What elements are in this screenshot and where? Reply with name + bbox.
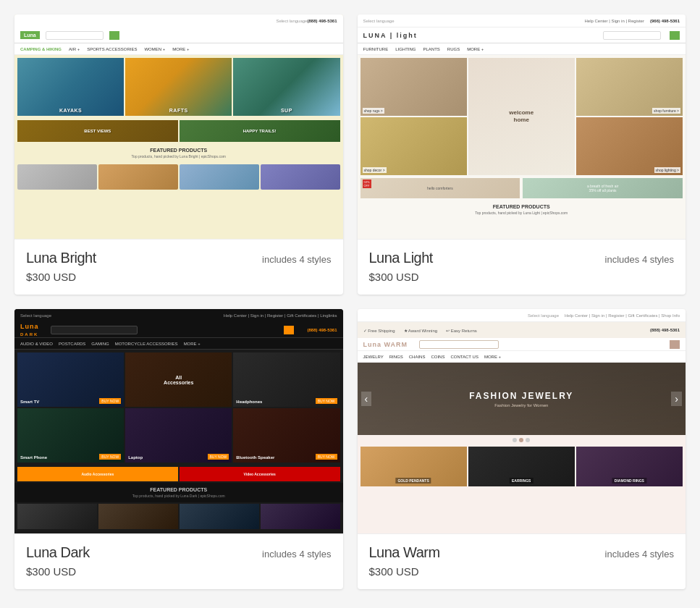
dark-title-row: Luna Dark includes 4 styles bbox=[26, 544, 332, 561]
light-styles-text: includes 4 styles bbox=[605, 254, 674, 265]
dark-nav-bar: LunaDARK (888) 498-5361 bbox=[14, 322, 343, 338]
warm-shipping-bar: ✓ Free Shipping ★ Award Winning ↩ Easy R… bbox=[358, 322, 686, 338]
dark-logo: LunaDARK bbox=[20, 323, 39, 337]
bright-banner: BEST VIEWS HAPPY TRAILS! bbox=[14, 119, 343, 143]
dark-theme-name: Luna Dark bbox=[26, 544, 90, 561]
bright-search bbox=[46, 31, 104, 40]
luna-warm-preview: Select language Help Center | Sign in | … bbox=[358, 309, 686, 533]
warm-price: $300 USD bbox=[369, 565, 675, 578]
warm-search bbox=[419, 340, 499, 349]
luna-bright-card[interactable]: Select language (888) 498-5361 Luna CAMP… bbox=[14, 14, 343, 295]
dark-bottom: Audio Accessories Video Accessories bbox=[14, 465, 343, 483]
best-views-banner: BEST VIEWS bbox=[17, 120, 178, 142]
warm-nav-bar: Luna WARM bbox=[358, 338, 686, 351]
light-search bbox=[603, 31, 661, 40]
light-logo: LUNA | light bbox=[363, 32, 418, 39]
warm-search-btn bbox=[670, 340, 680, 349]
light-title-row: Luna Light includes 4 styles bbox=[369, 250, 675, 266]
luna-dark-preview: Select language Help Center | Sign in | … bbox=[14, 309, 343, 533]
light-theme-name: Luna Light bbox=[369, 250, 433, 266]
sup-hero: SUP bbox=[233, 58, 340, 116]
warm-logo: Luna WARM bbox=[363, 341, 408, 348]
luna-dark-card[interactable]: Select language Help Center | Sign in | … bbox=[14, 309, 343, 589]
kayaks-hero: KAYAKS bbox=[17, 58, 124, 116]
light-top-bar: Select language Help Center | Sign in | … bbox=[358, 14, 686, 28]
happy-trails-banner: HAPPY TRAILS! bbox=[180, 120, 340, 142]
dark-search bbox=[51, 326, 138, 334]
bright-styles-text: includes 4 styles bbox=[262, 254, 331, 265]
dark-search-btn bbox=[284, 326, 294, 334]
bright-search-btn bbox=[109, 31, 119, 40]
bright-price: $300 USD bbox=[26, 271, 332, 283]
luna-dark-info: Luna Dark includes 4 styles $300 USD bbox=[14, 533, 343, 589]
luna-warm-card[interactable]: Select language Help Center | Sign in | … bbox=[358, 309, 686, 589]
bright-title-row: Luna Bright includes 4 styles bbox=[26, 250, 332, 266]
bright-logo: Luna bbox=[20, 31, 40, 39]
bright-products bbox=[14, 163, 343, 191]
warm-carousel-dots bbox=[358, 435, 686, 445]
light-nav-bar: LUNA | light bbox=[358, 28, 686, 43]
dark-styles-text: includes 4 styles bbox=[262, 549, 331, 560]
themes-grid: Select language (888) 498-5361 Luna CAMP… bbox=[0, 0, 700, 604]
light-price: $300 USD bbox=[369, 271, 675, 283]
bright-hero-grid: KAYAKS RAFTS SUP bbox=[14, 55, 343, 119]
warm-styles-text: includes 4 styles bbox=[605, 549, 674, 560]
bright-top-bar: Select language (888) 498-5361 bbox=[14, 14, 343, 28]
luna-light-info: Luna Light includes 4 styles $300 USD bbox=[358, 239, 686, 295]
luna-bright-info: Luna Bright includes 4 styles $300 USD bbox=[14, 239, 343, 295]
dark-featured: FEATURED PRODUCTS Top products, hand pic… bbox=[14, 483, 343, 502]
light-search-btn bbox=[670, 31, 680, 40]
rafts-hero: RAFTS bbox=[125, 58, 232, 116]
warm-hero: ‹ FASHION JEWELRY Fashion Jewelry for Wo… bbox=[358, 363, 686, 435]
light-featured: FEATURED PRODUCTS Top products, hand pic… bbox=[358, 200, 686, 219]
warm-theme-name: Luna Warm bbox=[369, 544, 440, 561]
bright-nav-bar: Luna bbox=[14, 28, 343, 43]
bright-theme-name: Luna Bright bbox=[26, 250, 96, 266]
dark-products-grid: Smart TV BUY NOW AllAccessories Headphon… bbox=[14, 350, 343, 465]
bright-featured: FEATURED PRODUCTS Top products, hand pic… bbox=[14, 143, 343, 163]
luna-light-preview: Select language Help Center | Sign in | … bbox=[358, 14, 686, 239]
luna-light-card[interactable]: Select language Help Center | Sign in | … bbox=[358, 14, 686, 295]
luna-warm-info: Luna Warm includes 4 styles $300 USD bbox=[358, 533, 686, 589]
warm-title-row: Luna Warm includes 4 styles bbox=[369, 544, 675, 561]
dark-price: $300 USD bbox=[26, 565, 332, 578]
luna-bright-preview: Select language (888) 498-5361 Luna CAMP… bbox=[14, 14, 343, 239]
warm-products-grid: GOLD PENDANTS EARRINGS DIAMOND RINGS bbox=[358, 445, 686, 488]
dark-top-bar: Select language Help Center | Sign in | … bbox=[14, 309, 343, 322]
warm-top-bar: Select language Help Center | Sign in | … bbox=[358, 309, 686, 322]
bright-menu: CAMPING & HIKING AIR + SPORTS ACCESSORIE… bbox=[14, 43, 343, 55]
